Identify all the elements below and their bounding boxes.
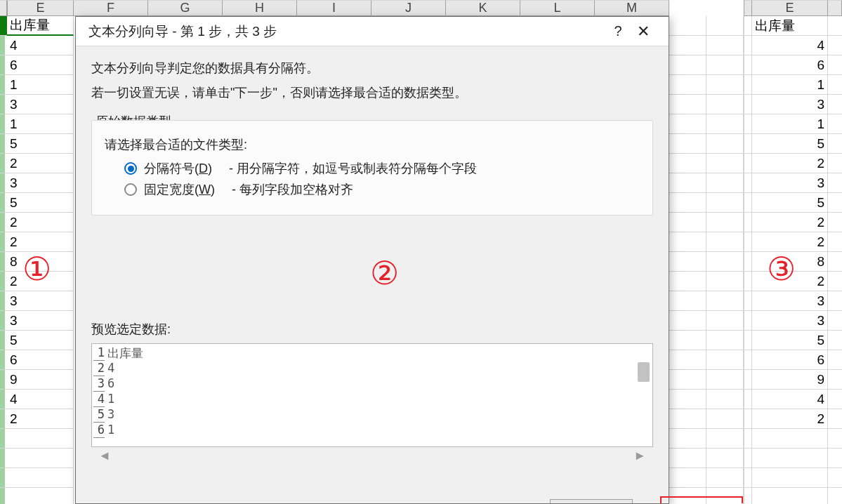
table-row[interactable]: [669, 252, 744, 272]
table-row[interactable]: 2: [744, 409, 842, 429]
cell[interactable]: 5: [752, 134, 828, 154]
cell[interactable]: 3: [752, 291, 828, 311]
scroll-right-icon[interactable]: ►: [633, 449, 646, 463]
table-row[interactable]: [669, 429, 744, 449]
table-row[interactable]: [669, 390, 744, 409]
col-header-L[interactable]: L: [520, 0, 595, 16]
table-row[interactable]: 5: [0, 331, 75, 350]
table-row[interactable]: 6: [0, 350, 75, 370]
cell-empty[interactable]: [669, 36, 706, 55]
table-row[interactable]: 9: [744, 370, 842, 390]
radio-fixed-width-row[interactable]: 固定宽度(W) - 每列字段加空格对齐: [124, 181, 640, 198]
table-row[interactable]: 5: [0, 134, 75, 154]
table-row[interactable]: 3: [0, 291, 75, 311]
cell-empty[interactable]: [706, 95, 744, 114]
cell-empty[interactable]: [706, 232, 744, 252]
close-icon[interactable]: ✕: [631, 22, 656, 41]
col-header-E-right[interactable]: E: [752, 0, 828, 16]
table-row[interactable]: [669, 213, 744, 232]
table-row[interactable]: [669, 468, 744, 488]
table-row[interactable]: 2: [744, 232, 842, 252]
cell[interactable]: 4: [752, 36, 828, 55]
cell-empty[interactable]: [669, 16, 706, 36]
table-row[interactable]: [0, 488, 75, 504]
cell[interactable]: 6: [7, 55, 74, 75]
preview-hscroll[interactable]: ◄ ►: [91, 449, 653, 463]
cell-empty[interactable]: [669, 134, 706, 154]
table-row[interactable]: 3: [0, 311, 75, 331]
cell[interactable]: 2: [7, 409, 74, 429]
cell-empty[interactable]: [706, 36, 744, 55]
table-row[interactable]: 5: [744, 134, 842, 154]
cell-empty[interactable]: [669, 75, 706, 95]
table-row[interactable]: [669, 291, 744, 311]
table-row[interactable]: [669, 134, 744, 154]
cell-empty[interactable]: [669, 114, 706, 134]
cell[interactable]: 1: [752, 114, 828, 134]
cell[interactable]: 3: [7, 95, 74, 114]
cell-header[interactable]: 出库量: [7, 16, 74, 36]
cell[interactable]: 2: [752, 154, 828, 173]
cell-empty[interactable]: [752, 449, 828, 468]
cell-empty[interactable]: [706, 449, 744, 468]
cell-empty[interactable]: [669, 232, 706, 252]
table-row[interactable]: [0, 429, 75, 449]
cell-empty[interactable]: [669, 331, 706, 350]
table-row[interactable]: [669, 193, 744, 213]
table-row[interactable]: 1: [744, 114, 842, 134]
table-row[interactable]: [669, 16, 744, 36]
cell-empty[interactable]: [669, 173, 706, 193]
cell[interactable]: 3: [752, 311, 828, 331]
help-icon[interactable]: ?: [605, 23, 631, 39]
table-row[interactable]: 4: [0, 390, 75, 409]
cell-empty[interactable]: [706, 370, 744, 390]
cell-empty[interactable]: [669, 449, 706, 468]
cell[interactable]: 6: [752, 55, 828, 75]
table-row[interactable]: [669, 114, 744, 134]
cell[interactable]: 1: [7, 75, 74, 95]
col-header-J[interactable]: J: [371, 0, 446, 16]
table-row[interactable]: 5: [744, 193, 842, 213]
col-header-I[interactable]: I: [297, 0, 371, 16]
cell-empty[interactable]: [706, 331, 744, 350]
cell-empty[interactable]: [706, 291, 744, 311]
cell-empty[interactable]: [706, 311, 744, 331]
button-partial-back[interactable]: [550, 499, 633, 503]
cell-empty[interactable]: [7, 488, 74, 504]
cell-header[interactable]: 出库量: [752, 16, 828, 36]
cell-empty[interactable]: [669, 252, 706, 272]
cell-empty[interactable]: [669, 429, 706, 449]
cell-empty[interactable]: [706, 193, 744, 213]
cell-empty[interactable]: [669, 350, 706, 370]
table-row[interactable]: 3: [744, 291, 842, 311]
table-row[interactable]: 9: [0, 370, 75, 390]
button-partial-next[interactable]: [660, 496, 743, 503]
cell-empty[interactable]: [706, 75, 744, 95]
table-row[interactable]: [669, 311, 744, 331]
table-row[interactable]: 2: [0, 232, 75, 252]
table-row[interactable]: [669, 370, 744, 390]
table-row[interactable]: [0, 449, 75, 468]
cell-empty[interactable]: [706, 55, 744, 75]
table-row[interactable]: [669, 173, 744, 193]
cell[interactable]: 4: [752, 390, 828, 409]
table-row[interactable]: 1: [0, 114, 75, 134]
cell[interactable]: 3: [752, 173, 828, 193]
cell[interactable]: 3: [752, 95, 828, 114]
cell-empty[interactable]: [706, 16, 744, 36]
table-row[interactable]: 出库量: [744, 16, 842, 36]
col-header-K[interactable]: K: [446, 0, 520, 16]
cell-empty[interactable]: [706, 114, 744, 134]
cell-empty[interactable]: [7, 468, 74, 488]
table-row[interactable]: [669, 409, 744, 429]
cell[interactable]: 3: [7, 291, 74, 311]
table-row[interactable]: 2: [744, 154, 842, 173]
table-row[interactable]: [669, 272, 744, 291]
cell[interactable]: 1: [752, 75, 828, 95]
cell-empty[interactable]: [669, 409, 706, 429]
table-row[interactable]: [669, 55, 744, 75]
cell[interactable]: 9: [752, 370, 828, 390]
cell[interactable]: 9: [7, 370, 74, 390]
cell-empty[interactable]: [669, 95, 706, 114]
table-row[interactable]: 6: [0, 55, 75, 75]
